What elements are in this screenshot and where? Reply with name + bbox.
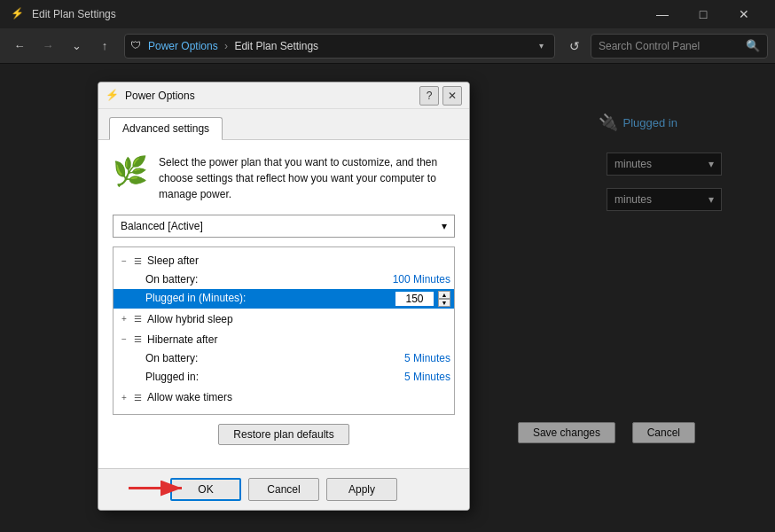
forward-button[interactable]: →	[35, 34, 60, 59]
tree-row-hibernate-plugged[interactable]: Plugged in: 5 Minutes	[114, 368, 454, 387]
dialog-footer: OK Cancel Apply	[98, 468, 469, 510]
dialog-body: 🌿 Select the power plan that you want to…	[98, 140, 469, 468]
tree-label-wake: Allow wake timers	[147, 389, 450, 406]
title-bar-controls: — □ ✕	[642, 0, 764, 28]
dialog-title-bar: ⚡ Power Options ? ✕	[98, 82, 469, 109]
close-button[interactable]: ✕	[724, 0, 764, 28]
tree-row-usb[interactable]: + ☰ USB settings	[114, 410, 454, 416]
address-sep: ›	[224, 40, 231, 52]
tree-row-sleep-after[interactable]: − ☰ Sleep after	[114, 252, 454, 270]
dialog-help-button[interactable]: ?	[419, 86, 439, 106]
maximize-button[interactable]: □	[683, 0, 724, 28]
up-button[interactable]: ↑	[92, 34, 117, 59]
search-input[interactable]	[599, 40, 746, 52]
tree-label-usb: USB settings	[147, 411, 450, 416]
tree-expand-wake[interactable]: +	[117, 391, 131, 405]
tree-label-plugged-in: Plugged in (Minutes):	[145, 290, 388, 307]
address-bar: 🛡 Power Options › Edit Plan Settings ▾	[124, 34, 555, 59]
tree-icon-wake: ☰	[131, 392, 144, 404]
tree-row-plugged-in[interactable]: Plugged in (Minutes): ▲ ▼	[114, 289, 454, 308]
address-path: Power Options › Edit Plan Settings	[148, 40, 536, 52]
tree-row-on-battery[interactable]: On battery: 100 Minutes	[114, 270, 454, 289]
tree-expand-hybrid[interactable]: +	[117, 312, 131, 326]
refresh-button[interactable]: ↺	[562, 34, 587, 59]
address-dropdown-arrow[interactable]: ▾	[536, 41, 547, 51]
tree-row-hibernate-battery[interactable]: On battery: 5 Minutes	[114, 349, 454, 368]
plan-dropdown[interactable]: Balanced [Active] ▾	[113, 215, 455, 238]
dialog-close-button[interactable]: ✕	[442, 86, 462, 106]
tree-label-hibernate-battery: On battery:	[145, 350, 401, 367]
tree-label-on-battery: On battery:	[145, 271, 389, 288]
tree-item-usb: + ☰ USB settings	[114, 409, 454, 416]
arrow-indicator	[125, 475, 196, 505]
tree-item-sleep-after: − ☰ Sleep after On battery: 100 Minutes …	[114, 251, 454, 309]
plan-value: Balanced [Active]	[121, 220, 203, 232]
tree-row-hibernate[interactable]: − ☰ Hibernate after	[114, 331, 454, 349]
dialog-title: Power Options	[125, 90, 419, 102]
spinner-up-button[interactable]: ▲	[438, 291, 450, 299]
tree-value-hibernate-plugged: 5 Minutes	[404, 369, 450, 386]
tree-value-on-battery: 100 Minutes	[393, 271, 450, 288]
cancel-button[interactable]: Cancel	[248, 478, 319, 501]
main-content: 🔌 Plugged in minutes ▾ minutes ▾ Save ch…	[0, 64, 775, 532]
title-bar-icon: ⚡	[11, 7, 25, 21]
tree-item-hibernate: − ☰ Hibernate after On battery: 5 Minute…	[114, 330, 454, 388]
search-icon: 🔍	[746, 39, 760, 52]
restore-defaults-button[interactable]: Restore plan defaults	[218, 424, 348, 445]
info-section: 🌿 Select the power plan that you want to…	[113, 154, 455, 202]
dialog-title-buttons: ? ✕	[419, 86, 462, 106]
address-current: Edit Plan Settings	[234, 40, 318, 52]
tree-icon-hybrid: ☰	[131, 313, 144, 325]
search-bar: 🔍	[591, 34, 768, 59]
tree-row-hybrid-sleep[interactable]: + ☰ Allow hybrid sleep	[114, 310, 454, 329]
tree-expand-sleep[interactable]: −	[117, 254, 131, 269]
tree-label-hibernate-plugged: Plugged in:	[145, 369, 401, 386]
tree-spinner: ▲ ▼	[395, 291, 450, 307]
tree-row-wake-timers[interactable]: + ☰ Allow wake timers	[114, 388, 454, 407]
tree-view[interactable]: − ☰ Sleep after On battery: 100 Minutes …	[113, 246, 455, 415]
title-bar-text: Edit Plan Settings	[32, 8, 642, 20]
tree-item-hybrid-sleep: + ☰ Allow hybrid sleep	[114, 309, 454, 330]
power-options-dialog: ⚡ Power Options ? ✕ Advanced settings 🌿 …	[98, 82, 470, 511]
tree-label-hibernate: Hibernate after	[147, 332, 450, 348]
address-power-options[interactable]: Power Options	[148, 40, 218, 52]
nav-bar: ← → ⌄ ↑ 🛡 Power Options › Edit Plan Sett…	[0, 28, 775, 64]
info-text: Select the power plan that you want to c…	[159, 154, 455, 202]
spinner-buttons: ▲ ▼	[438, 291, 450, 307]
address-icon: 🛡	[130, 39, 145, 53]
back-button[interactable]: ←	[7, 34, 32, 59]
minimize-button[interactable]: —	[642, 0, 683, 28]
dialog-tabs: Advanced settings	[98, 109, 469, 140]
apply-button[interactable]: Apply	[326, 478, 397, 501]
tree-icon-hibernate: ☰	[131, 333, 144, 346]
tree-expand-hibernate[interactable]: −	[117, 332, 131, 347]
title-bar: ⚡ Edit Plan Settings — □ ✕	[0, 0, 775, 28]
tree-value-hibernate-battery: 5 Minutes	[404, 350, 450, 367]
spinner-input[interactable]	[395, 291, 434, 307]
tree-expand-usb[interactable]: +	[117, 411, 131, 415]
dialog-icon: ⚡	[106, 89, 120, 103]
plan-dropdown-arrow: ▾	[442, 220, 447, 232]
dropdown-button[interactable]: ⌄	[64, 34, 89, 59]
tree-label-sleep: Sleep after	[147, 253, 450, 270]
info-icon: 🌿	[113, 154, 148, 188]
tree-item-wake-timers: + ☰ Allow wake timers	[114, 387, 454, 408]
tree-icon-usb: ☰	[131, 412, 144, 415]
spinner-down-button[interactable]: ▼	[438, 299, 450, 307]
tree-icon-sleep: ☰	[131, 255, 144, 268]
tree-label-hybrid: Allow hybrid sleep	[147, 311, 450, 328]
tab-advanced-settings[interactable]: Advanced settings	[109, 117, 223, 140]
